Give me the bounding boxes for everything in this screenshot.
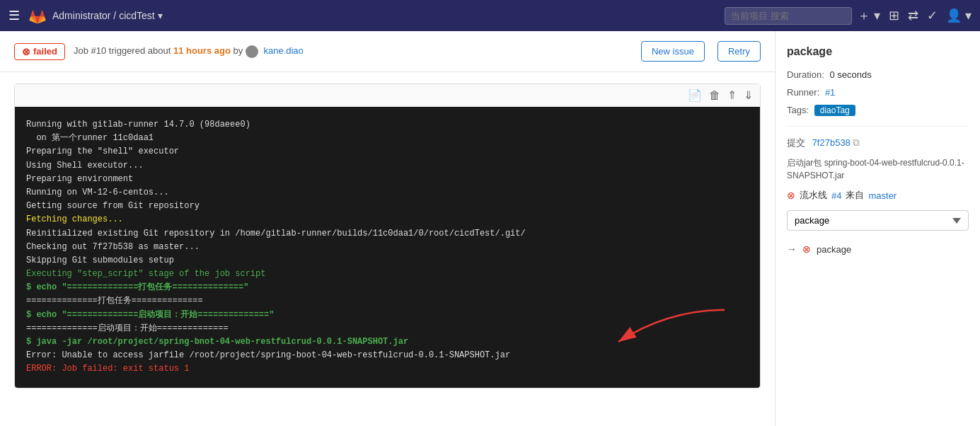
term-line: Using Shell executor...	[26, 159, 749, 173]
term-line: ERROR: Job failed: exit status 1	[26, 362, 749, 376]
terminal-body: Running with gitlab-runner 14.7.0 (98dae…	[15, 107, 760, 388]
term-line: Skipping Git submodules setup	[26, 254, 749, 267]
pipeline-link[interactable]: #4	[831, 190, 841, 201]
duration-label: Duration:	[787, 69, 824, 80]
branch-link[interactable]: master	[868, 190, 897, 201]
retry-button[interactable]: Retry	[717, 41, 761, 62]
tag-badge: diaoTag	[814, 105, 855, 116]
pipeline-ref: ⊗ 流水线 #4 来自 master	[787, 189, 969, 202]
failed-icon: ⊗	[22, 46, 30, 57]
topnav: ☰ Administrator / cicdTest ▾ ＋ ▾ ⊞ ⇄ ✓ 👤…	[0, 0, 980, 31]
badge-label: failed	[33, 46, 57, 57]
topnav-icons: ＋ ▾ ⊞ ⇄ ✓ 👤 ▾	[858, 7, 972, 24]
divider	[787, 126, 969, 127]
file-icon[interactable]: 📄	[688, 88, 702, 102]
term-line: Error: Unable to access jarfile /root/pr…	[26, 349, 749, 362]
search-input[interactable]	[725, 7, 852, 25]
stage-fail-icon: ⊗	[802, 243, 811, 255]
new-issue-button[interactable]: New issue	[641, 41, 705, 62]
main-layout: ⊗ failed Job #10 triggered about 11 hour…	[0, 31, 980, 426]
stage-item: → ⊗ package	[787, 241, 969, 258]
plus-icon[interactable]: ＋ ▾	[858, 7, 880, 24]
commit-message: 启动jar包 spring-boot-04-web-restfulcrud-0.…	[787, 156, 969, 182]
term-line: ==============启动项目：开始==============	[26, 322, 749, 335]
terminal-container: 📄 🗑 ⇑ ⇓ Running with gitlab-runner 14.7.…	[14, 84, 761, 388]
term-line: $ echo "==============打包任务==============…	[26, 281, 749, 294]
scroll-bottom-icon[interactable]: ⇓	[744, 88, 753, 102]
job-info-text: Job #10 triggered about	[74, 45, 171, 56]
failed-badge: ⊗ failed	[14, 43, 65, 60]
runner-link[interactable]: #1	[825, 87, 835, 98]
pipeline-label: 流水线	[800, 189, 827, 202]
pipeline-from: 来自	[846, 189, 864, 202]
runner-row: Runner: #1	[787, 87, 969, 98]
term-line: ==============打包任务==============	[26, 294, 749, 308]
term-line: on 第一个runner 11c0daa1	[26, 132, 749, 145]
duration-value: 0 seconds	[829, 69, 871, 80]
term-line: Preparing the "shell" executor	[26, 145, 749, 159]
by-label: by	[233, 45, 243, 56]
username-link[interactable]: kane.diao	[263, 45, 303, 56]
term-line: Reinitialized existing Git repository in…	[26, 227, 749, 241]
commit-hash-link[interactable]: 7f27b538	[812, 137, 851, 148]
delete-icon[interactable]: 🗑	[709, 89, 720, 102]
gitlab-logo	[28, 6, 47, 25]
term-line: $ java -jar /root/project/spring-bnot-04…	[26, 335, 749, 349]
pipeline-fail-icon: ⊗	[787, 190, 795, 201]
copy-icon[interactable]: ⧉	[853, 137, 860, 148]
job-info: Job #10 triggered about 11 hours ago by …	[74, 45, 633, 58]
stage-name: package	[817, 244, 851, 255]
runner-label: Runner:	[787, 87, 819, 98]
avatar-icon[interactable]: 👤 ▾	[946, 8, 972, 23]
duration-row: Duration: 0 seconds	[787, 69, 969, 80]
user-avatar	[246, 45, 258, 58]
merge-request-icon[interactable]: ⇄	[908, 8, 918, 23]
commit-label: 提交	[787, 137, 805, 148]
commit-section: 提交 7f27b538 ⧉	[787, 137, 969, 149]
breadcrumb: Administrator / cicdTest ▾	[52, 10, 719, 21]
layout-icon[interactable]: ⊞	[889, 8, 899, 23]
term-line: Running with gitlab-runner 14.7.0 (98dae…	[26, 118, 749, 132]
term-line: Running on VM-12-6-centos...	[26, 186, 749, 200]
term-line: Getting source from Git repository	[26, 200, 749, 213]
term-line: Checking out 7f27b538 as master...	[26, 241, 749, 254]
sidebar: package Duration: 0 seconds Runner: #1 T…	[775, 31, 980, 426]
term-line: $ echo "==============启动项目：开始===========…	[26, 309, 749, 322]
tags-row: Tags: diaoTag	[787, 105, 969, 116]
job-header: ⊗ failed Job #10 triggered about 11 hour…	[0, 31, 775, 72]
hamburger-icon[interactable]: ☰	[8, 8, 20, 23]
time-ago: 11 hours ago	[173, 45, 231, 56]
tags-label: Tags:	[787, 105, 809, 115]
check-icon[interactable]: ✓	[927, 8, 938, 23]
sidebar-title: package	[787, 45, 969, 58]
content-area: ⊗ failed Job #10 triggered about 11 hour…	[0, 31, 775, 426]
scroll-top-icon[interactable]: ⇑	[727, 88, 737, 102]
stage-select-row: package	[787, 210, 969, 231]
term-line: Executing "step_script" stage of the job…	[26, 267, 749, 281]
stage-arrow-icon: →	[787, 243, 797, 255]
stage-select[interactable]: package	[787, 210, 969, 231]
term-line: Fetching changes...	[26, 213, 749, 226]
terminal-toolbar: 📄 🗑 ⇑ ⇓	[15, 84, 760, 107]
term-line: Preparing environment	[26, 173, 749, 186]
